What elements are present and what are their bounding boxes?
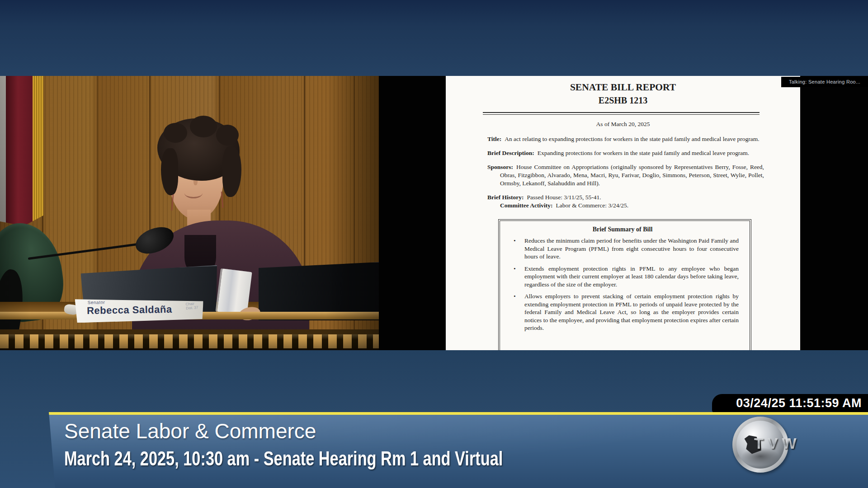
committee-title: Senate Labor & Commerce <box>64 419 316 443</box>
field-sponsors-label: Sponsors: <box>487 164 513 170</box>
field-brief-history-text: Passed House: 3/11/25, 55-41. <box>527 194 601 201</box>
field-committee-activity-label: Committee Activity: <box>500 202 553 209</box>
hearing-video-feed[interactable]: Senator Rebecca Saldaña Chair Dist. 37 <box>0 76 379 350</box>
field-brief-history-label: Brief History: <box>487 194 524 201</box>
video-vignette <box>0 76 379 350</box>
field-sponsors-text: House Committee on Appropriations (origi… <box>500 164 764 187</box>
field-title-text: An act relating to expanding protections… <box>505 136 759 142</box>
document-title: SENATE BILL REPORT <box>446 81 800 93</box>
field-brief-description-label: Brief Description: <box>487 150 534 156</box>
senate-bill-report-document[interactable]: SENATE BILL REPORT E2SHB 1213 As of Marc… <box>446 76 800 350</box>
tvw-logo: TVW <box>731 415 866 474</box>
summary-bullet: Allows employers to prevent stacking of … <box>506 292 739 332</box>
summary-bullet-list: Reduces the minimum claim period for ben… <box>506 237 739 332</box>
field-brief-description-text: Expanding protections for workers in the… <box>538 150 749 156</box>
field-committee-activity-text: Labor & Commerce: 3/24/25. <box>556 202 628 209</box>
top-navy-band <box>0 0 868 76</box>
broadcast-frame: Senator Rebecca Saldaña Chair Dist. 37 S… <box>0 0 868 488</box>
field-title-label: Title: <box>487 136 501 142</box>
tvw-logo-text: TVW <box>754 435 801 452</box>
field-committee-activity: Committee Activity:Labor & Commerce: 3/2… <box>487 202 764 210</box>
field-title: Title:An act relating to expanding prote… <box>487 135 764 143</box>
hearing-date-location: March 24, 2025, 10:30 am - Senate Hearin… <box>64 447 503 470</box>
timestamp-bar: 03/24/25 11:51:59 AM <box>712 394 868 413</box>
summary-box-title: Brief Summary of Bill <box>506 225 739 233</box>
as-of-date: As of March 20, 2025 <box>446 120 800 128</box>
document-bill-number: E2SHB 1213 <box>446 95 800 106</box>
field-brief-history: Brief History:Passed House: 3/11/25, 55-… <box>487 193 764 202</box>
summary-bullet: Reduces the minimum claim period for ben… <box>506 237 739 261</box>
talking-indicator-badge: Talking: Senate Hearing Roo... <box>781 77 868 87</box>
summary-bullet: Extends employment protection rights in … <box>506 265 739 289</box>
field-brief-description: Brief Description:Expanding protections … <box>487 149 764 157</box>
double-rule <box>483 112 760 115</box>
brief-summary-box: Brief Summary of Bill Reduces the minimu… <box>500 221 750 350</box>
field-sponsors: Sponsors:House Committee on Appropriatio… <box>487 163 764 188</box>
